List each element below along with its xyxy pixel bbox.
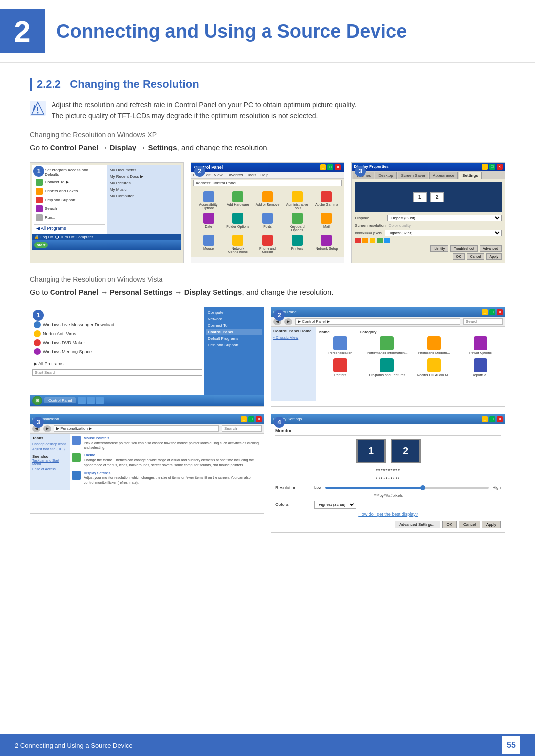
cp-icon-item[interactable]: Date xyxy=(195,213,222,232)
vista-right-item[interactable]: Network xyxy=(206,316,262,322)
dp-tab-settings[interactable]: Settings xyxy=(459,172,482,179)
vista-control-panel-item[interactable]: Control Panel xyxy=(206,329,262,335)
adjust-font-size[interactable]: Adjust font size (DPI) xyxy=(32,447,68,451)
vista-right-item[interactable]: Default Programs xyxy=(206,335,262,342)
vista-cp-sidebar-title: Control Panel Home xyxy=(273,329,314,333)
vista-cp-item[interactable]: Phone and Modem... xyxy=(413,336,455,354)
cp-icon-item[interactable]: Network Connections xyxy=(224,235,251,253)
vista-ds-max[interactable]: □ xyxy=(489,416,495,422)
all-programs[interactable]: ▶ All Programs xyxy=(32,360,202,367)
dp-tab-screensaver[interactable]: Screen Saver xyxy=(398,172,428,179)
dp-color-select[interactable]: Highest (32 bit) xyxy=(385,230,502,236)
dp-identify-btn[interactable]: Identify xyxy=(430,245,449,252)
dp-ok-btn[interactable]: OK xyxy=(453,253,465,260)
vista-right-item[interactable]: Computer xyxy=(206,309,262,316)
change-desktop-icons[interactable]: Change desktop icons xyxy=(32,442,68,446)
cp-icon-item[interactable]: Network Setup xyxy=(314,235,340,253)
vista-ds-min[interactable]: _ xyxy=(482,416,488,422)
dp-tab-desktop[interactable]: Desktop xyxy=(375,172,396,179)
vista-ds-cancel-btn[interactable]: Cancel xyxy=(459,521,480,528)
cp-icon xyxy=(203,191,214,202)
vista-right-item[interactable]: Help and Support xyxy=(206,342,262,348)
cp-icon xyxy=(262,235,273,246)
vista-name-col: Name xyxy=(319,330,330,334)
cp-icon-item[interactable]: Fonts xyxy=(254,213,281,232)
cp-toolbar: FileEditViewFavoritesToolsHelp xyxy=(191,172,344,179)
cp-icon-item[interactable]: Add or Remove xyxy=(254,191,281,210)
vista-cp-max[interactable]: □ xyxy=(489,309,495,315)
page-footer: 2 Connecting and Using a Source Device 5… xyxy=(0,734,535,756)
vista-cp-item[interactable]: Personalization xyxy=(319,336,362,354)
vista-personal-fwd[interactable]: ▶ xyxy=(43,425,51,432)
dp-tab-appearance[interactable]: Appearance xyxy=(429,172,458,179)
taskbar-start-menu[interactable]: Taskbar and Start Menu xyxy=(32,459,68,466)
vista-right-item[interactable]: Connect To xyxy=(206,322,262,329)
cp-icon-item[interactable]: Phone and Modem xyxy=(254,235,281,253)
xp-start-button[interactable]: start xyxy=(34,242,48,248)
vista-cp-item[interactable]: Performance Information... xyxy=(366,336,408,354)
cp-icon xyxy=(321,191,332,202)
vista-personal-close[interactable]: × xyxy=(256,416,262,422)
vista-taskbar-cp[interactable]: Control Panel xyxy=(44,397,76,403)
minimize-button[interactable]: _ xyxy=(320,164,326,170)
cp-icon xyxy=(321,213,332,224)
close-button[interactable]: × xyxy=(335,164,341,170)
resolution-label: Resolution: xyxy=(275,485,310,490)
cp-icon-item[interactable]: Printers xyxy=(284,235,311,253)
cp-address-bar[interactable]: Address: Control Panel xyxy=(193,180,342,186)
cp-icon-item[interactable]: Folder Options xyxy=(224,213,251,232)
cp-icon-item[interactable]: Add Hardware xyxy=(224,191,251,210)
dp-advanced-btn[interactable]: Advanced xyxy=(480,245,502,252)
display-properties-window: Display Properties _ □ × Themes Desktop … xyxy=(352,163,505,263)
vista-cp-min[interactable]: _ xyxy=(482,309,488,315)
vista-cp-item[interactable]: Realtek HD Audio M... xyxy=(413,358,455,377)
vista-personal-max[interactable]: □ xyxy=(248,416,254,422)
all-programs[interactable]: ◀ All Programs xyxy=(34,225,105,232)
dp-display-select[interactable]: Highest (32 bit) xyxy=(387,215,502,221)
vista-forward-btn[interactable]: ▶ xyxy=(284,318,292,325)
dp-cancel-btn[interactable]: Cancel xyxy=(467,253,484,260)
cp-icon-item[interactable]: Accessibility Options xyxy=(195,191,222,210)
personalization-sidebar: Tasks Change desktop icons Adjust font s… xyxy=(30,434,70,490)
cp-icon-item[interactable]: Mouse xyxy=(195,235,222,253)
vista-personal-address[interactable]: ▶ Personalization ▶ xyxy=(54,425,219,432)
cp-icon-item[interactable]: Administrative Tools xyxy=(284,191,311,210)
vista-ds-ok-btn[interactable]: OK xyxy=(442,521,457,528)
vista-menu-right: Computer Network Connect To Control Pane… xyxy=(204,307,264,395)
vista-cp-search[interactable] xyxy=(463,318,503,325)
cp-icon-item[interactable]: Keyboard Options xyxy=(284,213,311,232)
cp-icon-item[interactable]: Adobe Gamma xyxy=(314,191,340,210)
maximize-button[interactable]: □ xyxy=(327,164,333,170)
vista-classic-view[interactable]: • Classic View xyxy=(273,335,314,340)
vista-cp-item[interactable]: Reports a... xyxy=(459,358,502,377)
vista-cp-item[interactable]: Printers xyxy=(319,358,362,377)
ease-of-access[interactable]: Ease of Access xyxy=(32,467,68,471)
colors-select[interactable]: Highest (32 bit) xyxy=(314,501,356,509)
vista-cp-address[interactable]: ▶ Control Panel ▶ xyxy=(295,318,460,325)
vista-ds-close[interactable]: × xyxy=(497,416,503,422)
advanced-settings-btn[interactable]: Advanced Settings... xyxy=(395,521,440,528)
vista-personal-search[interactable] xyxy=(222,425,262,432)
dp-minimize[interactable]: _ xyxy=(482,164,488,170)
vista-ds-apply-btn[interactable]: Apply xyxy=(482,521,501,528)
dp-close[interactable]: × xyxy=(497,164,503,170)
section-number: 2.2.2 xyxy=(37,78,61,90)
vista-cp-close[interactable]: × xyxy=(497,309,503,315)
dp-maximize[interactable]: □ xyxy=(489,164,495,170)
dp-resolution-row: Screen resolution Color quality xyxy=(355,223,502,228)
vista-search-input[interactable] xyxy=(32,369,202,376)
vista-start-button[interactable]: ⊞ xyxy=(32,396,42,405)
vista-personal-min[interactable]: _ xyxy=(241,416,247,422)
dp-apply-btn[interactable]: Apply xyxy=(486,253,502,260)
vista-cp-main: Name Category Personalization Performanc… xyxy=(316,327,505,401)
cp-icon xyxy=(203,213,214,224)
vista-cp-item[interactable]: Power Options xyxy=(459,336,502,354)
best-display-link[interactable]: How do I get the best display? xyxy=(358,512,418,517)
cp-icon-item[interactable]: Mail xyxy=(314,213,340,232)
xp-menu-item: Help and Support xyxy=(34,196,105,204)
vista-cp-item[interactable]: Programs and Features xyxy=(366,358,408,377)
vista-resolution-value-row: ****by####pixels xyxy=(275,493,501,498)
resolution-slider[interactable] xyxy=(325,487,489,489)
dp-troubleshoot-btn[interactable]: Troubleshoot xyxy=(450,245,478,252)
vista-cp-titlebar-buttons: _ □ × xyxy=(482,309,503,315)
